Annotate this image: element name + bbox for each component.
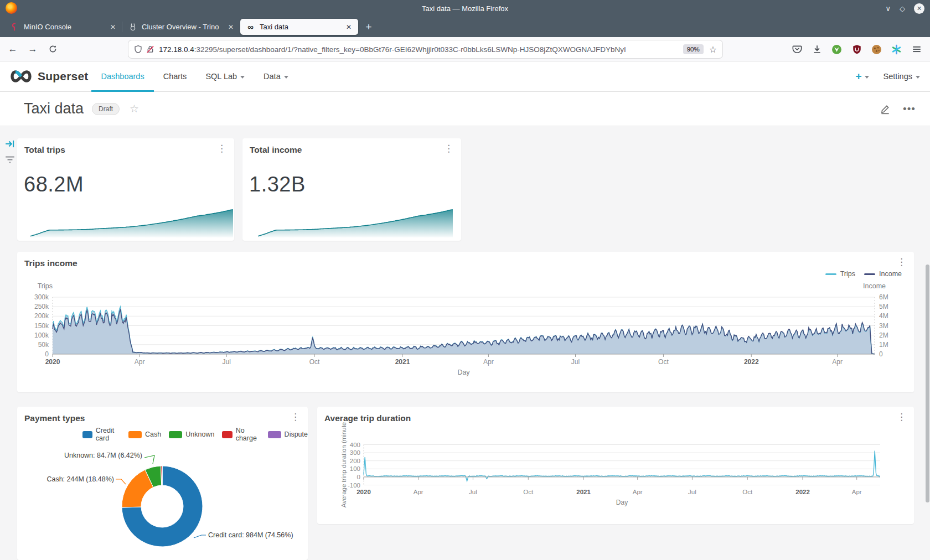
forward-icon[interactable]: → [24,41,41,58]
svg-text:Oct: Oct [742,489,753,495]
window-close-icon[interactable]: ✕ [914,3,924,14]
zoom-level-badge[interactable]: 90% [683,44,704,54]
svg-text:200: 200 [350,458,360,464]
svg-text:Trips: Trips [38,282,53,290]
card-title: Total income [250,145,302,155]
svg-text:300: 300 [350,449,360,456]
svg-text:150k: 150k [34,322,49,330]
tab-close-icon[interactable]: ✕ [227,23,235,31]
big-number-value: 1.32B [249,173,306,196]
superset-nav-items: DashboardsChartsSQL LabData [91,61,297,92]
edit-pencil-icon[interactable] [880,103,891,115]
svg-text:0: 0 [879,350,883,358]
svg-text:2M: 2M [879,331,888,339]
tab-close-icon[interactable]: ✕ [109,23,117,31]
window-maximize-icon[interactable]: ◇ [900,4,905,13]
svg-text:2021: 2021 [576,489,591,495]
tab-close-icon[interactable]: ✕ [345,23,353,31]
nav-item-label: Data [264,72,281,81]
svg-text:0: 0 [357,474,360,480]
expand-filter-bar-icon[interactable] [4,138,16,149]
svg-text:2022: 2022 [795,489,810,495]
chevron-down-icon [284,76,288,79]
minio-icon [10,22,19,32]
superset-icon: ∞ [246,22,255,32]
svg-text:Apr: Apr [852,489,862,495]
svg-text:Day: Day [457,369,470,376]
svg-text:50k: 50k [38,341,49,349]
tab-label: Taxi data [260,23,340,31]
svg-text:2020: 2020 [356,489,371,495]
download-icon[interactable] [811,44,823,55]
big-number-value: 68.2M [24,173,84,196]
superset-brand-text: Superset [38,70,88,83]
bookmark-star-icon[interactable]: ☆ [709,44,717,55]
nav-item-data[interactable]: Data [254,61,298,92]
svg-text:Apr: Apr [633,489,643,495]
url-text[interactable]: 172.18.0.4:32295/superset/dashboard/1/?n… [159,45,683,54]
new-tab-button[interactable]: + [360,19,377,35]
page-title: Taxi data [24,100,84,117]
ublock-icon[interactable] [851,44,862,55]
avg-trip-duration-chart: 4003002001000-100Average trinp duration … [317,407,914,524]
url-path: :32295/superset/dashboard/1/?native_filt… [194,45,626,54]
donut-callout-label: Credit card: 984M (74.56%) [208,531,293,539]
more-actions-icon[interactable]: ••• [903,103,916,115]
tab-label: MinIO Console [24,23,105,31]
svg-text:200k: 200k [34,312,49,320]
new-item-button[interactable]: + [855,70,869,82]
card-title: Total trips [24,145,65,155]
svg-text:2020: 2020 [45,358,60,366]
svg-text:Apr: Apr [483,358,494,366]
svg-text:0: 0 [45,350,49,358]
card-avg-trip-duration: Average trip duration ⋮ 4003002001000-10… [317,407,914,524]
trips-income-chart: 300k6M250k5M200k4M150k3M100k2M50k1M00Tri… [17,252,914,392]
card-total-income: Total income ⋮ 1.32B [242,138,461,241]
shield-icon[interactable] [134,45,142,54]
window-minimize-icon[interactable]: ∨ [885,4,891,13]
svg-text:2021: 2021 [395,358,410,366]
favorite-star-icon[interactable]: ☆ [130,102,139,115]
nav-item-dashboards[interactable]: Dashboards [91,61,153,92]
dashboard-header: Taxi data Draft ☆ ••• [0,92,930,126]
svg-text:Apr: Apr [135,358,145,366]
trendline-chart [258,206,453,237]
svg-text:400: 400 [350,442,360,448]
scrollbar[interactable] [926,265,929,502]
nav-item-label: SQL Lab [205,72,237,81]
reload-icon[interactable] [44,41,61,58]
donut-callout-label: Cash: 244M (18.48%) [46,475,114,483]
privacy-badger-icon[interactable] [831,44,843,55]
svg-text:Oct: Oct [523,489,534,495]
back-icon[interactable]: ← [4,41,21,58]
superset-infinity-icon [9,69,33,84]
filter-funnel-icon[interactable] [4,154,16,165]
svg-text:300k: 300k [34,293,49,301]
chevron-down-icon [865,76,869,79]
hamburger-menu-icon[interactable] [911,44,922,55]
extension-asterisk-icon[interactable] [891,44,902,55]
superset-logo[interactable]: Superset [9,69,88,84]
pocket-icon[interactable] [791,44,803,55]
nav-item-label: Dashboards [101,72,144,81]
chevron-down-icon [916,76,920,79]
lock-slash-icon[interactable] [146,45,154,54]
kebab-menu-icon[interactable]: ⋮ [444,144,453,153]
svg-text:Apr: Apr [832,358,843,366]
svg-text:3M: 3M [879,322,888,330]
svg-text:100: 100 [350,465,360,472]
status-badge: Draft [92,103,120,115]
cookie-icon[interactable] [871,44,882,55]
svg-text:-100: -100 [348,482,360,489]
browser-tab-2[interactable]: Cluster Overview - Trino✕ [122,17,240,37]
browser-tab-1[interactable]: MinIO Console✕ [4,17,122,37]
nav-item-charts[interactable]: Charts [154,61,197,92]
nav-item-sql-lab[interactable]: SQL Lab [196,61,254,92]
card-total-trips: Total trips ⋮ 68.2M [17,138,234,241]
settings-menu[interactable]: Settings [884,72,920,81]
url-bar[interactable]: 172.18.0.4:32295/superset/dashboard/1/?n… [128,40,722,58]
kebab-menu-icon[interactable]: ⋮ [217,144,226,153]
url-domain: 172.18.0.4 [159,45,194,54]
browser-tab-3[interactable]: ∞Taxi data✕ [240,19,358,35]
superset-navbar: Superset DashboardsChartsSQL LabData + S… [0,61,930,92]
